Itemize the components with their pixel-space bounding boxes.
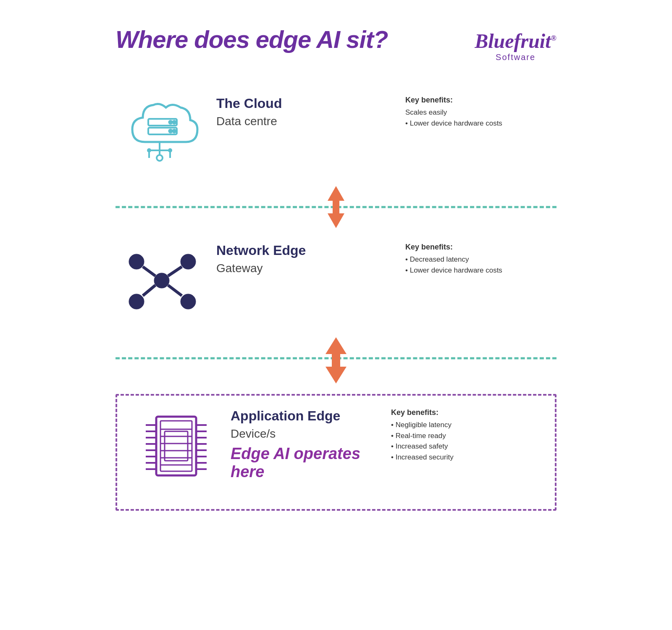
- logo-area: Bluefruit® Software: [475, 25, 556, 62]
- network-section: Network Edge Gateway Key benefits: • Dec…: [116, 226, 556, 339]
- app-subtitle: Device/s: [231, 427, 383, 441]
- svg-rect-17: [333, 200, 339, 215]
- double-arrow-1: [321, 186, 351, 230]
- app-benefit-1: • Negligible latency: [391, 420, 542, 430]
- network-benefit-1: • Decreased latency: [405, 254, 556, 265]
- app-benefit-3: • Increased safety: [391, 441, 542, 452]
- device-svg: [137, 408, 215, 492]
- svg-line-24: [168, 267, 182, 276]
- svg-point-19: [129, 254, 144, 269]
- network-title: Network Edge: [216, 243, 397, 258]
- cloud-section: The Cloud Data centre Key benefits: Scal…: [116, 87, 556, 188]
- svg-marker-27: [326, 337, 346, 354]
- header: Where does edge AI sit? Bluefruit® Softw…: [116, 25, 556, 62]
- svg-point-21: [129, 294, 144, 309]
- svg-rect-30: [156, 417, 196, 475]
- app-edge-section: Application Edge Device/s Edge AI operat…: [116, 394, 556, 511]
- cloud-benefit-2: • Lower device hardware costs: [405, 118, 556, 129]
- separator-1: [116, 188, 556, 226]
- network-svg: [122, 243, 202, 318]
- app-title: Application Edge: [231, 408, 383, 424]
- cloud-benefits-title: Key benefits:: [405, 96, 556, 105]
- svg-point-3: [173, 130, 176, 132]
- arrow-svg-2: [319, 337, 353, 383]
- network-subtitle: Gateway: [216, 262, 397, 275]
- app-tagline: Edge AI operates here: [231, 445, 383, 481]
- svg-line-26: [168, 285, 182, 296]
- cloud-server-svg: [124, 96, 200, 167]
- svg-point-4: [169, 121, 172, 123]
- page-title: Where does edge AI sit?: [116, 25, 388, 53]
- cloud-benefit-1: Scales easily: [405, 107, 556, 118]
- svg-line-23: [143, 267, 155, 276]
- cloud-icon: [116, 96, 208, 167]
- svg-marker-15: [328, 186, 344, 201]
- svg-point-22: [181, 294, 196, 309]
- logo-software: Software: [475, 52, 556, 62]
- cloud-title: The Cloud: [216, 96, 397, 111]
- svg-line-25: [143, 285, 155, 296]
- network-icon: [116, 243, 208, 318]
- device-icon: [130, 408, 222, 492]
- cloud-text-area: The Cloud Data centre: [208, 96, 397, 128]
- app-text-area: Application Edge Device/s Edge AI operat…: [222, 408, 383, 481]
- network-benefit-2: • Lower device hardware costs: [405, 265, 556, 276]
- cloud-benefits: Key benefits: Scales easily • Lower devi…: [397, 96, 556, 129]
- cloud-subtitle: Data centre: [216, 115, 397, 128]
- app-benefits: Key benefits: • Negligible latency • Rea…: [383, 408, 542, 462]
- logo: Bluefruit®: [475, 29, 556, 52]
- app-benefits-title: Key benefits:: [391, 408, 542, 417]
- double-arrow-2: [319, 337, 353, 385]
- svg-rect-29: [332, 353, 340, 368]
- svg-point-20: [181, 254, 196, 269]
- app-benefit-4: • Increased security: [391, 452, 542, 463]
- app-section-inner: Application Edge Device/s Edge AI operat…: [130, 408, 542, 492]
- network-benefits: Key benefits: • Decreased latency • Lowe…: [397, 243, 556, 276]
- app-benefit-2: • Real-time ready: [391, 430, 542, 441]
- svg-point-13: [157, 155, 163, 161]
- arrow-svg-1: [321, 186, 351, 228]
- svg-point-18: [154, 273, 169, 288]
- svg-point-2: [173, 121, 176, 123]
- network-benefits-title: Key benefits:: [405, 243, 556, 252]
- svg-point-5: [169, 130, 172, 132]
- network-text-area: Network Edge Gateway: [208, 243, 397, 275]
- svg-marker-28: [326, 367, 346, 383]
- separator-2: [116, 339, 556, 377]
